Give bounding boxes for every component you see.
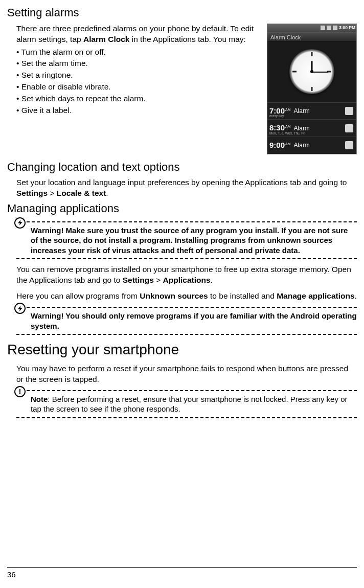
note-icon [14,386,26,397]
alarm-checkbox[interactable] [345,141,353,149]
alarm-days: Mon, Tue, Wed, Thu, Fri [269,131,305,136]
alarm-ampm: AM [285,107,291,112]
heading-resetting: Resetting your smartphone [7,340,357,359]
battery-icon [333,26,337,30]
alarm-row[interactable]: 9:00 AM Alarm [267,137,356,154]
warning-icon [14,303,26,314]
alarm-label: Alarm [294,141,345,149]
warning-text: Warning! Make sure you trust the source … [31,225,357,256]
warning-icon [14,217,26,229]
alarm-row[interactable]: 7:00 AM Alarm every day [267,102,356,120]
alarm-ampm: AM [285,124,291,129]
intro-paragraph: There are three predefined alarms on you… [16,24,262,45]
analog-clock [267,41,356,102]
unknown-sources-paragraph: Here you can allow programs from Unknown… [16,291,357,302]
alarm-label: Alarm [294,107,345,115]
app-title: Alarm Clock [267,32,356,41]
alarm-days: every day [269,114,284,119]
note-callout: Note: Before performing a reset, ensure … [16,390,357,418]
remove-programs-paragraph: You can remove programs installed on you… [16,264,357,286]
alarm-checkbox[interactable] [345,107,353,115]
status-bar: 3:00 PM [267,24,356,32]
reset-paragraph: You may have to perform a reset if your … [16,364,357,385]
alarm-clock-screenshot: 3:00 PM Alarm Clock 7:00 AM Alarm every … [267,24,357,154]
page-footer: 36 [7,567,357,580]
bluetooth-icon [321,26,325,30]
heading-setting-alarms: Setting alarms [7,5,357,20]
alarm-row[interactable]: 8:30 AM Alarm Mon, Tue, Wed, Thu, Fri [267,119,356,137]
signal-icon [327,26,331,30]
page-number: 36 [7,570,16,579]
alarm-time: 9:00 [269,140,285,150]
note-text: Note: Before performing a reset, ensure … [31,394,357,414]
status-time: 3:00 PM [339,25,355,31]
location-paragraph: Set your location and language input pre… [16,177,357,199]
alarm-ampm: AM [285,142,291,146]
warning-callout: Warning! You should only remove programs… [16,307,357,335]
warning-callout: Warning! Make sure you trust the source … [16,221,357,260]
heading-location-text: Changing location and text options [7,160,357,175]
warning-text: Warning! You should only remove programs… [31,311,357,331]
heading-managing-apps: Managing applications [7,201,357,216]
alarm-checkbox[interactable] [345,124,353,132]
